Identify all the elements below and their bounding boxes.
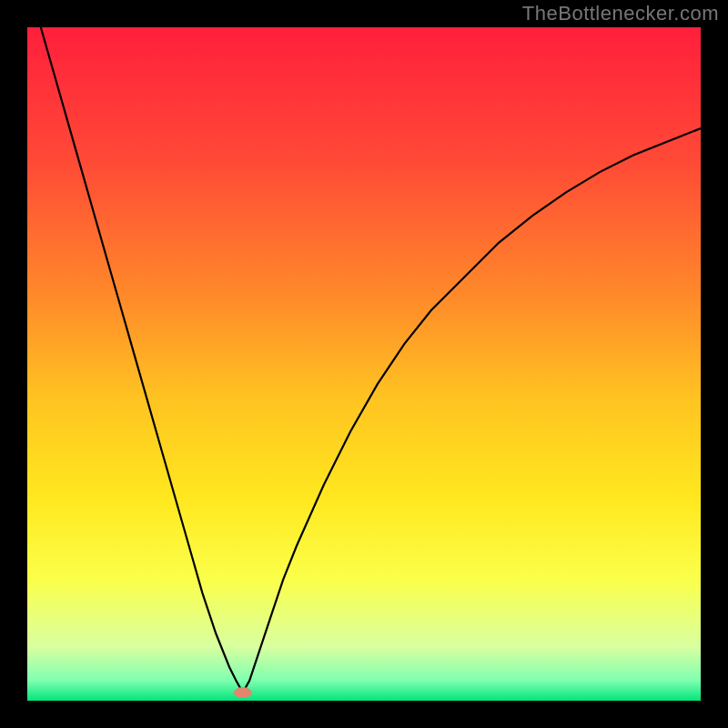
optimum-marker xyxy=(234,687,252,698)
chart-svg xyxy=(27,27,701,701)
chart-container: TheBottlenecker.com xyxy=(0,0,728,728)
watermark-text: TheBottlenecker.com xyxy=(522,2,719,25)
background-gradient xyxy=(27,27,701,701)
plot-area xyxy=(27,27,701,701)
